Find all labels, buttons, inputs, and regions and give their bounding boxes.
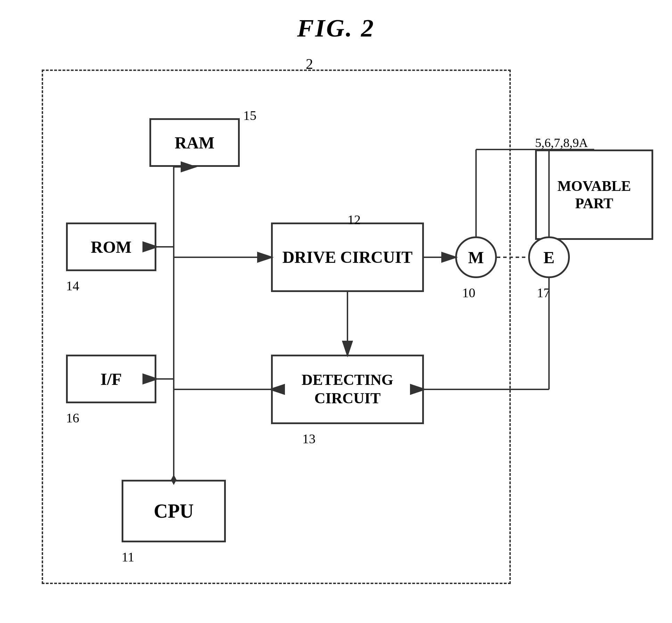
label-14: 14 [66, 278, 79, 293]
detecting-circuit-box: DETECTING CIRCUIT [271, 355, 424, 424]
drive-circuit-box: DRIVE CIRCUIT [271, 222, 424, 292]
rom-label: ROM [91, 237, 131, 257]
label-11: 11 [122, 549, 134, 565]
ram-box: RAM [149, 118, 240, 167]
motor-circle: M [455, 236, 497, 278]
label-17: 17 [537, 285, 550, 300]
ram-label: RAM [175, 133, 215, 152]
movable-part-box: MOVABLE PART [535, 149, 653, 240]
label-15: 15 [243, 108, 256, 123]
if-label: I/F [100, 370, 122, 389]
cpu-box: CPU [122, 480, 226, 542]
motor-label: M [468, 248, 484, 267]
outer-system-box [42, 70, 511, 584]
label-12: 12 [347, 212, 361, 227]
label-13: 13 [302, 431, 315, 446]
label-5678: 5,6,7,8,9A [535, 136, 588, 150]
figure-title: FIG. 2 [297, 14, 375, 43]
drive-circuit-label: DRIVE CIRCUIT [282, 247, 413, 267]
movable-part-label: MOVABLE PART [537, 177, 651, 212]
encoder-circle: E [528, 236, 570, 278]
rom-box: ROM [66, 222, 156, 271]
if-box: I/F [66, 355, 156, 403]
label-16: 16 [66, 410, 79, 426]
cpu-label: CPU [154, 500, 194, 522]
detecting-circuit-label: DETECTING CIRCUIT [273, 371, 422, 408]
label-10: 10 [462, 285, 475, 300]
encoder-label: E [543, 248, 555, 267]
